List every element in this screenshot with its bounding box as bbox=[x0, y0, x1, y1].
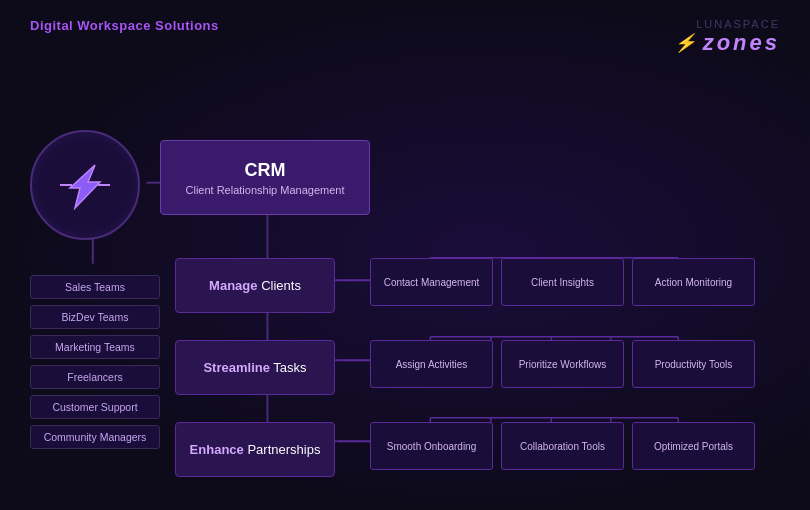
sub-assign-activities[interactable]: Assign Activities bbox=[370, 340, 493, 388]
team-item[interactable]: Customer Support bbox=[30, 395, 160, 419]
sub-collaboration-tools[interactable]: Collaboration Tools bbox=[501, 422, 624, 470]
logo-circle bbox=[30, 130, 140, 240]
logo-arrow-icon: ⚡ bbox=[674, 32, 699, 54]
sub-row-streamline: Assign Activities Prioritize Workflows P… bbox=[370, 340, 755, 388]
team-item[interactable]: Community Managers bbox=[30, 425, 160, 449]
header: Digital Workspace Solutions LUNASPACE ⚡ … bbox=[30, 18, 780, 56]
category-enhance-rest: Partnerships bbox=[247, 442, 320, 457]
category-manage-bold: Manage bbox=[209, 278, 257, 293]
logo-zones: ⚡ zones bbox=[674, 30, 780, 56]
category-streamline-tasks[interactable]: Streamline Tasks bbox=[175, 340, 335, 395]
crm-subtitle: Client Relationship Management bbox=[186, 184, 345, 196]
sub-action-monitoring[interactable]: Action Monitoring bbox=[632, 258, 755, 306]
category-streamline-rest: Tasks bbox=[273, 360, 306, 375]
logo-area: LUNASPACE ⚡ zones bbox=[674, 18, 780, 56]
sub-prioritize-workflows[interactable]: Prioritize Workflows bbox=[501, 340, 624, 388]
team-item[interactable]: Marketing Teams bbox=[30, 335, 160, 359]
category-streamline-label: Streamline Tasks bbox=[203, 360, 306, 375]
sub-row-enhance: Smooth Onboarding Collaboration Tools Op… bbox=[370, 422, 755, 470]
category-enhance-bold: Enhance bbox=[190, 442, 244, 457]
category-manage-rest: Clients bbox=[261, 278, 301, 293]
svg-marker-27 bbox=[70, 165, 100, 208]
team-list: Sales Teams BizDev Teams Marketing Teams… bbox=[30, 275, 160, 449]
main-content: CRM Client Relationship Management Sales… bbox=[20, 90, 790, 490]
sub-optimized-portals[interactable]: Optimized Portals bbox=[632, 422, 755, 470]
header-title: Digital Workspace Solutions bbox=[30, 18, 219, 33]
team-item[interactable]: Sales Teams bbox=[30, 275, 160, 299]
sub-contact-management[interactable]: Contact Management bbox=[370, 258, 493, 306]
crm-box: CRM Client Relationship Management bbox=[160, 140, 370, 215]
sub-smooth-onboarding[interactable]: Smooth Onboarding bbox=[370, 422, 493, 470]
category-streamline-bold: Streamline bbox=[203, 360, 269, 375]
category-manage-label: Manage Clients bbox=[209, 278, 301, 293]
logo-zones-text: zones bbox=[703, 30, 780, 56]
sub-row-manage: Contact Management Client Insights Actio… bbox=[370, 258, 755, 306]
category-enhance-partnerships[interactable]: Enhance Partnerships bbox=[175, 422, 335, 477]
category-manage-clients[interactable]: Manage Clients bbox=[175, 258, 335, 313]
crm-title: CRM bbox=[245, 160, 286, 181]
logo-lunaspace: LUNASPACE bbox=[674, 18, 780, 30]
sub-productivity-tools[interactable]: Productivity Tools bbox=[632, 340, 755, 388]
team-item[interactable]: BizDev Teams bbox=[30, 305, 160, 329]
category-enhance-label: Enhance Partnerships bbox=[190, 442, 321, 457]
logo-bolt-icon bbox=[50, 160, 120, 210]
sub-client-insights[interactable]: Client Insights bbox=[501, 258, 624, 306]
team-item[interactable]: Freelancers bbox=[30, 365, 160, 389]
